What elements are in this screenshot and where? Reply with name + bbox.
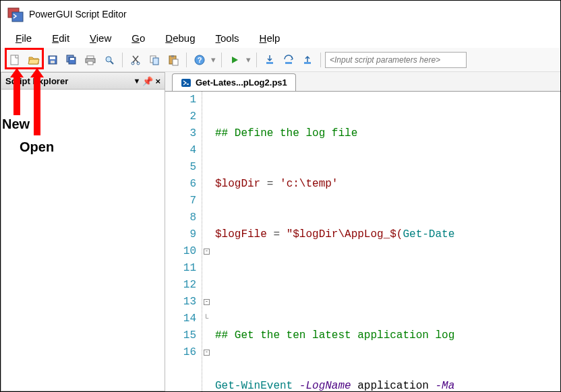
dropdown-icon[interactable]: ▾ [246, 55, 251, 65]
toolbar-separator [221, 53, 222, 67]
annotation-label-new: New [2, 117, 30, 132]
tab-strip: Get-Lates...pLog2.ps1 [165, 72, 560, 91]
svg-rect-1 [12, 12, 23, 22]
svg-rect-24 [285, 62, 292, 64]
line-number-gutter: 12345678910111213141516 [165, 92, 202, 391]
step-out-button[interactable] [299, 51, 316, 69]
open-file-button[interactable] [25, 51, 42, 69]
step-into-button[interactable] [261, 51, 278, 69]
svg-rect-25 [304, 62, 311, 64]
tab-label: Get-Lates...pLog2.ps1 [196, 77, 287, 88]
new-file-button[interactable] [6, 51, 24, 69]
tab-active[interactable]: Get-Lates...pLog2.ps1 [172, 73, 296, 91]
search-button[interactable] [100, 51, 118, 69]
toolbar-separator [186, 53, 187, 67]
svg-rect-9 [87, 56, 94, 59]
annotation-arrow-icon [29, 68, 45, 135]
window-title: PowerGUI Script Editor [29, 9, 127, 20]
panel-pin-icon[interactable]: 📌 [142, 76, 153, 86]
print-button[interactable] [82, 51, 99, 69]
menu-file[interactable]: File [7, 30, 40, 46]
panel-header: Script Explorer ▼ 📌 × [1, 72, 165, 90]
step-over-button[interactable] [280, 51, 297, 69]
dropdown-icon[interactable]: ▾ [211, 55, 216, 65]
script-parameters-input[interactable] [325, 52, 467, 68]
svg-rect-17 [153, 58, 158, 65]
svg-rect-8 [70, 58, 74, 60]
toolbar-separator [122, 53, 123, 67]
fold-toggle-icon[interactable]: - [204, 350, 210, 356]
svg-rect-4 [50, 57, 55, 59]
annotation-label-open: Open [20, 139, 54, 155]
menu-bar: File Edit View Go Debug Tools Help [1, 28, 560, 48]
fold-toggle-icon[interactable]: - [204, 299, 210, 305]
menu-view[interactable]: View [82, 30, 119, 46]
panel-close-icon[interactable]: × [155, 76, 160, 86]
code-editor[interactable]: 12345678910111213141516 - - └ - ## Defin… [165, 91, 560, 391]
annotation-arrow-icon [9, 68, 25, 115]
app-icon [7, 6, 24, 22]
panel-dropdown-icon[interactable]: ▼ [134, 77, 141, 85]
fold-column: - - └ - [202, 92, 212, 391]
menu-debug[interactable]: Debug [157, 30, 203, 46]
toolbar: ? ▾ ▾ [1, 48, 560, 72]
run-button[interactable] [226, 51, 243, 69]
svg-rect-19 [171, 55, 174, 57]
toolbar-separator [320, 53, 321, 67]
svg-rect-20 [173, 59, 178, 65]
svg-line-13 [111, 61, 113, 64]
cut-button[interactable] [127, 51, 144, 69]
svg-rect-5 [51, 61, 55, 63]
editor-area: Get-Lates...pLog2.ps1 123456789101112131… [165, 72, 560, 391]
svg-rect-11 [88, 61, 93, 65]
save-button[interactable] [44, 51, 61, 69]
toolbar-separator [256, 53, 257, 67]
title-bar: PowerGUI Script Editor [1, 1, 560, 28]
svg-rect-23 [266, 62, 273, 64]
menu-tools[interactable]: Tools [208, 30, 247, 46]
menu-go[interactable]: Go [123, 30, 153, 46]
fold-end-icon: └ [204, 316, 210, 322]
copy-button[interactable] [146, 51, 163, 69]
main-area: Script Explorer ▼ 📌 × Get-Lates...pLog2.… [1, 72, 560, 391]
panel-body [1, 90, 165, 391]
code-content[interactable]: ## Define the log file $logDir = 'c:\tem… [212, 92, 560, 391]
svg-text:?: ? [198, 56, 202, 64]
menu-help[interactable]: Help [252, 30, 289, 46]
menu-edit[interactable]: Edit [44, 30, 78, 46]
svg-rect-2 [11, 55, 18, 65]
help-button[interactable]: ? [191, 51, 208, 69]
paste-button[interactable] [165, 51, 182, 69]
powershell-file-icon [181, 77, 191, 88]
fold-toggle-icon[interactable]: - [204, 249, 210, 255]
svg-point-12 [106, 57, 111, 62]
save-all-button[interactable] [63, 51, 80, 69]
